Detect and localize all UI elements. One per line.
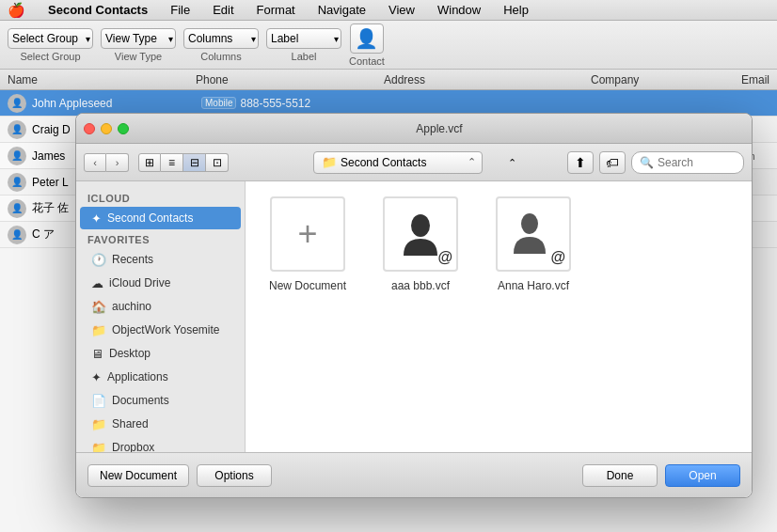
svg-point-0 (411, 214, 430, 237)
objectwork-icon: 📁 (91, 323, 106, 337)
label-col: Label Label (266, 28, 341, 62)
open-button[interactable]: Open (665, 464, 740, 487)
sidebar-item-icloud-drive[interactable]: ☁ iCloud Drive (80, 272, 241, 294)
sidebar-item-label: Desktop (109, 347, 151, 360)
contacts-header: Name Phone Address Company Email (0, 70, 777, 90)
sidebar-item-applications[interactable]: ✦ Applications (80, 366, 241, 388)
avatar: 👤 (8, 147, 26, 165)
tag-button[interactable]: 🏷 (599, 151, 626, 174)
location-path-wrapper: 📁 Second Contacts ⌃ (234, 151, 562, 174)
contact-phone: Mobile 888-555-5512 (201, 97, 389, 110)
panel-bottom-bar: New Document Options Done Open (76, 452, 752, 497)
save-panel: Apple.vcf ‹ › ⊞ ≡ ⊟ ⊡ 📁 Second Contacts … (75, 113, 753, 498)
sidebar-item-label: iCloud Drive (109, 276, 170, 289)
list-item[interactable]: + New Document (261, 196, 355, 292)
view-list-btn[interactable]: ≡ (161, 153, 183, 172)
search-box: 🔍 (631, 151, 744, 174)
vcf-person-svg-anna (513, 211, 554, 258)
options-button[interactable]: Options (197, 464, 272, 487)
contact-icon-btn[interactable]: 👤 (350, 23, 384, 54)
icloud-drive-icon: ☁ (91, 276, 103, 290)
recents-icon: 🕐 (91, 253, 106, 267)
applications-icon: ✦ (91, 370, 102, 384)
shared-icon: 📁 (91, 417, 106, 431)
maximize-button[interactable] (118, 123, 129, 134)
label-label: Label (292, 51, 317, 62)
columns-dropdown[interactable]: Columns (183, 28, 259, 49)
sidebar-item-label: ObjectWork Yosemite (112, 323, 220, 336)
sidebar-item-auchino[interactable]: 🏠 auchino (80, 295, 241, 318)
dropbox-icon: 📁 (91, 441, 106, 453)
columns-label: Columns (200, 51, 241, 62)
documents-icon: 📄 (91, 394, 106, 408)
auchino-icon: 🏠 (91, 300, 106, 314)
vcf-aaa-label: aaa bbb.vcf (391, 279, 450, 292)
col-header-email: Email (741, 73, 769, 86)
col-header-address: Address (384, 73, 591, 86)
vcf-file-icon-anna: @ (496, 196, 571, 272)
icloud-section-label: iCloud (76, 189, 245, 206)
nav-buttons: ‹ › (84, 153, 129, 172)
view-flow-btn[interactable]: ⊡ (206, 153, 229, 172)
back-button[interactable]: ‹ (84, 153, 106, 172)
close-button[interactable] (84, 123, 95, 134)
avatar: 👤 (8, 226, 26, 244)
list-item[interactable]: @ aaa bbb.vcf (373, 196, 468, 292)
sidebar-item-label: Shared (112, 417, 149, 430)
sidebar-item-desktop[interactable]: 🖥 Desktop (80, 342, 241, 365)
avatar: 👤 (8, 94, 26, 113)
sidebar-item-recents[interactable]: 🕐 Recents (80, 248, 241, 271)
sidebar-item-objectwork[interactable]: 📁 ObjectWork Yosemite (80, 319, 241, 341)
sidebar-item-label: Dropbox (112, 441, 154, 452)
contact-icon-col: 👤 Contact (349, 23, 385, 67)
search-icon: 🔍 (640, 156, 654, 169)
view-type-dropdown[interactable]: View Type (101, 28, 176, 49)
menu-format[interactable]: Format (253, 3, 299, 17)
contact-label: Contact (349, 55, 385, 67)
svg-point-1 (521, 213, 538, 234)
select-group-col: Select Group Select Group (8, 28, 93, 62)
menu-file[interactable]: File (166, 3, 194, 17)
view-column-btn[interactable]: ⊟ (183, 153, 206, 172)
toolbar: Select Group Select Group View Type View… (0, 21, 777, 70)
avatar: 👤 (8, 173, 26, 192)
vcf-file-icon-aaa: @ (383, 196, 458, 272)
menu-navigate[interactable]: Navigate (314, 3, 370, 17)
vcf-anna-label: Anna Haro.vcf (498, 279, 569, 292)
list-item[interactable]: @ Anna Haro.vcf (486, 196, 580, 292)
location-dropdown[interactable]: 📁 Second Contacts ⌃ (313, 151, 483, 174)
sidebar-item-label: Second Contacts (107, 211, 193, 225)
columns-col: Columns Columns (183, 28, 259, 62)
avatar: 👤 (8, 199, 26, 218)
forward-button[interactable]: › (106, 153, 129, 172)
menu-window[interactable]: Window (434, 3, 484, 17)
apple-menu[interactable]: 🍎 (8, 2, 25, 19)
label-dropdown[interactable]: Label (266, 28, 341, 49)
sidebar-item-dropbox[interactable]: 📁 Dropbox (80, 436, 241, 452)
location-text: Second Contacts (341, 156, 426, 169)
panel-body: iCloud ✦ Second Contacts Favorites 🕐 Rec… (76, 181, 752, 452)
select-group-dropdown[interactable]: Select Group (8, 28, 93, 49)
panel-titlebar: Apple.vcf (76, 114, 752, 144)
app-name-menu[interactable]: Second Contacts (44, 3, 151, 17)
search-input[interactable] (658, 156, 733, 169)
contact-name: John Appleseed (32, 97, 201, 110)
sidebar-item-shared[interactable]: 📁 Shared (80, 413, 241, 435)
done-button[interactable]: Done (582, 464, 658, 487)
menu-help[interactable]: Help (500, 3, 532, 17)
panel-files: + New Document @ aaa bbb.vcf (246, 181, 752, 452)
select-group-label: Select Group (20, 51, 80, 62)
new-document-button[interactable]: New Document (87, 464, 189, 487)
panel-title: Apple.vcf (135, 122, 744, 135)
minimize-button[interactable] (101, 123, 112, 134)
vcf-person-svg (402, 211, 439, 258)
sidebar-item-second-contacts[interactable]: ✦ Second Contacts (80, 207, 241, 229)
sidebar-item-label: Documents (112, 394, 169, 407)
view-icon-btn[interactable]: ⊞ (138, 153, 161, 172)
view-mode-buttons: ⊞ ≡ ⊟ ⊡ (138, 153, 229, 172)
share-button[interactable]: ⬆ (567, 151, 594, 174)
favorites-section-label: Favorites (76, 230, 245, 247)
menu-edit[interactable]: Edit (209, 3, 237, 17)
sidebar-item-documents[interactable]: 📄 Documents (80, 389, 241, 412)
menu-view[interactable]: View (385, 3, 419, 17)
